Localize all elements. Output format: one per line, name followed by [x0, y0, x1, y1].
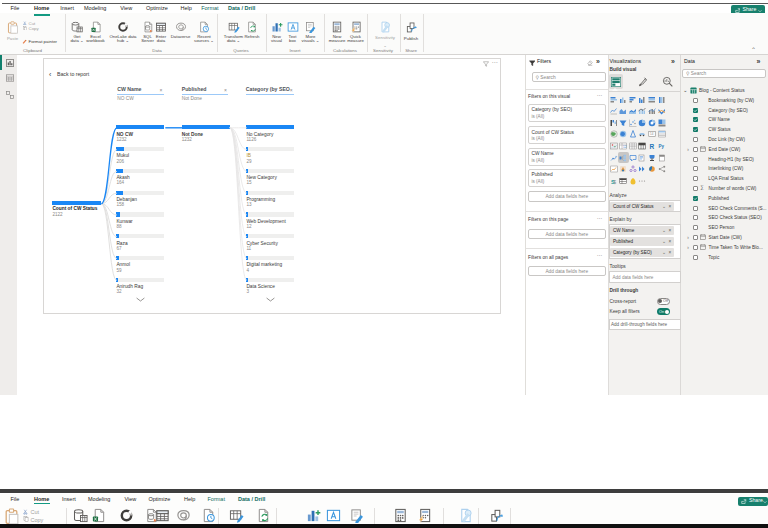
- svg-text:Py: Py: [658, 144, 664, 149]
- svg-text:$: $: [613, 179, 616, 184]
- svg-text:R: R: [650, 142, 655, 149]
- svg-text:14: 14: [650, 133, 654, 137]
- svg-text:12: 12: [623, 145, 627, 149]
